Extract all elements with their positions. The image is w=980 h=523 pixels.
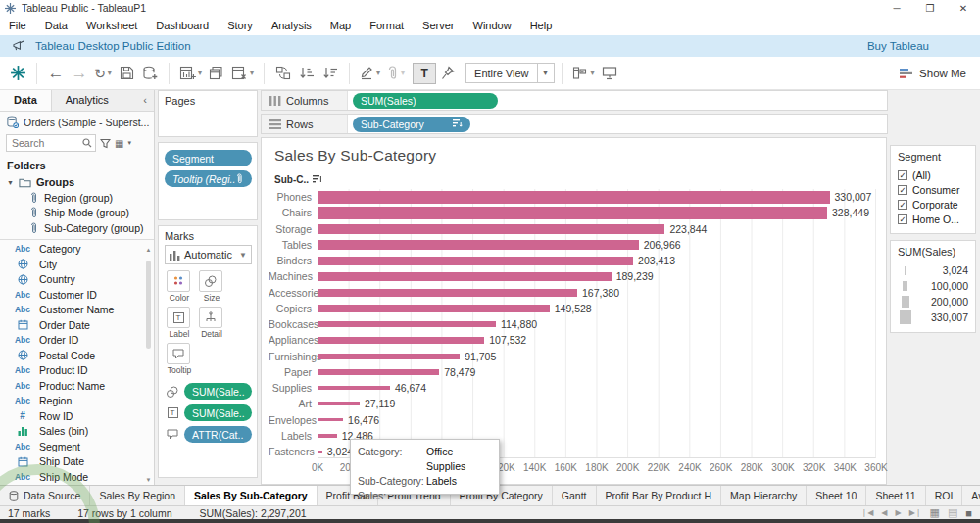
marks-button-size[interactable]: Size xyxy=(199,270,224,303)
sort-ascending-icon[interactable] xyxy=(295,61,318,86)
bar-mark[interactable] xyxy=(318,289,577,297)
marks-pill[interactable]: SUM(Sale.. xyxy=(184,383,252,400)
field-sales-bin-[interactable]: Sales (bin) xyxy=(0,424,154,440)
sort-descending-icon[interactable] xyxy=(318,61,342,86)
menu-window[interactable]: Window xyxy=(473,20,512,31)
segment-filter-card[interactable]: Segment ✓(All)✓Consumer✓Corporate✓Home O… xyxy=(890,145,976,234)
bar-mark[interactable] xyxy=(318,354,460,359)
field-product-name[interactable]: AbcProduct Name xyxy=(0,378,154,394)
menu-data[interactable]: Data xyxy=(45,20,68,31)
fit-selector-caret[interactable]: ▼ xyxy=(537,64,554,82)
rows-shelf[interactable]: Rows Sub-Category xyxy=(261,114,888,134)
tab-sales-by-region[interactable]: Sales By Region xyxy=(90,486,185,505)
mark-type-caret[interactable]: ▼ xyxy=(239,251,247,260)
tab-sales-by-sub-category[interactable]: Sales By Sub-Category xyxy=(185,486,318,505)
checkbox-checked-icon[interactable]: ✓ xyxy=(898,185,907,195)
marks-card[interactable]: Marks Automatic ▼ ColorSizeTLabelDetailT… xyxy=(158,225,258,478)
checkbox-checked-icon[interactable]: ✓ xyxy=(898,170,907,180)
view-options-icon[interactable]: ▦ xyxy=(115,138,123,149)
menu-help[interactable]: Help xyxy=(530,20,553,31)
menu-file[interactable]: File xyxy=(9,20,26,31)
pane-collapse-icon[interactable]: ‹ xyxy=(136,90,154,111)
bar-mark[interactable] xyxy=(318,272,612,281)
show-me-button[interactable]: Show Me xyxy=(900,68,966,79)
menu-dashboard[interactable]: Dashboard xyxy=(156,20,209,31)
clear-sheet-icon[interactable]: ▾ xyxy=(228,61,257,86)
fields-scrollbar[interactable]: ▲ ▼ xyxy=(144,247,153,483)
datasource-row[interactable]: Orders (Sample - Superst... xyxy=(0,112,154,132)
bar-mark[interactable] xyxy=(318,386,390,390)
tab-analytics[interactable]: Analytics xyxy=(52,90,122,111)
field-region[interactable]: AbcRegion xyxy=(0,394,154,409)
show-mark-labels-button[interactable]: T xyxy=(413,63,436,84)
menu-story[interactable]: Story xyxy=(227,20,253,31)
bar-mark[interactable] xyxy=(318,224,664,234)
menu-server[interactable]: Server xyxy=(422,20,454,31)
rows-pill-sub-category[interactable]: Sub-Category xyxy=(353,117,470,132)
new-worksheet-icon[interactable]: ▾ xyxy=(176,61,205,86)
group-item[interactable]: Region (group) xyxy=(0,190,154,206)
filter-pill-tooltip-regi-[interactable]: Tooltip (Regi.. xyxy=(165,170,252,187)
marks-pill[interactable]: SUM(Sale.. xyxy=(184,404,252,421)
pages-card[interactable]: Pages xyxy=(158,90,258,137)
bar-mark[interactable] xyxy=(318,418,343,422)
scroll-thumb[interactable] xyxy=(146,261,151,349)
chevron-down-icon[interactable]: ▼ xyxy=(7,179,14,186)
fix-axes-pin-icon[interactable] xyxy=(436,61,460,86)
previous-sheet-icon[interactable]: ◀ xyxy=(881,508,887,517)
mark-type-selector[interactable]: Automatic ▼ xyxy=(165,245,252,264)
replay-icon[interactable]: ↻▾ xyxy=(91,61,115,86)
field-row-id[interactable]: #Row ID xyxy=(0,408,154,424)
fullscreen-icon[interactable]: ■ xyxy=(965,507,972,519)
swap-axes-icon[interactable] xyxy=(271,61,295,86)
menu-format[interactable]: Format xyxy=(369,20,404,31)
bar-mark[interactable] xyxy=(318,402,360,405)
checkbox-checked-icon[interactable]: ✓ xyxy=(898,200,907,210)
back-icon[interactable]: ← xyxy=(44,61,68,86)
segment-option[interactable]: ✓Home O... xyxy=(898,212,969,226)
checkbox-checked-icon[interactable]: ✓ xyxy=(898,214,907,224)
group-item[interactable]: Sub-Category (group) xyxy=(0,220,154,236)
tab-data[interactable]: Data xyxy=(0,90,52,111)
marks-button-label[interactable]: TLabel xyxy=(167,307,192,339)
tab-sheet-10[interactable]: Sheet 10 xyxy=(807,486,866,505)
group-item[interactable]: Ship Mode (group) xyxy=(0,206,154,221)
filmstrip-icon[interactable]: ▤ xyxy=(948,506,957,519)
menu-analysis[interactable]: Analysis xyxy=(271,20,312,31)
columns-shelf[interactable]: Columns SUM(Sales) xyxy=(261,90,888,111)
tab-average-profit[interactable]: Average Profit xyxy=(962,486,980,505)
field-postal-code[interactable]: Postal Code xyxy=(0,348,154,363)
filter-funnel-icon[interactable] xyxy=(100,138,111,149)
field-order-id[interactable]: AbcOrder ID xyxy=(0,333,154,349)
bar-mark[interactable] xyxy=(318,191,830,204)
field-city[interactable]: City xyxy=(0,257,154,272)
highlight-icon[interactable]: ▾ xyxy=(357,61,383,86)
sheet-sorter-icon[interactable]: ▦ xyxy=(930,506,940,519)
field-segment[interactable]: AbcSegment xyxy=(0,439,154,454)
close-button[interactable]: ✕ xyxy=(947,0,980,16)
filter-pill-segment[interactable]: Segment xyxy=(165,150,252,166)
row-field-header[interactable]: Sub-C.. xyxy=(274,174,322,185)
bar-mark[interactable] xyxy=(318,337,484,343)
bar-mark[interactable] xyxy=(318,369,439,374)
bar-mark[interactable] xyxy=(318,257,633,265)
marks-pill-row[interactable]: ATTR(Cat.. xyxy=(165,426,252,443)
presentation-mode-icon[interactable] xyxy=(598,61,621,86)
segment-option[interactable]: ✓(All) xyxy=(898,167,969,182)
minimize-button[interactable]: ─ xyxy=(880,0,913,16)
menu-map[interactable]: Map xyxy=(330,20,351,31)
field-category[interactable]: AbcCategory xyxy=(0,242,154,258)
fit-selector[interactable]: Entire View ▼ xyxy=(466,63,554,83)
marks-pill-row[interactable]: SUM(Sale.. xyxy=(165,383,252,400)
bar-mark[interactable] xyxy=(318,321,496,328)
view-options-caret[interactable]: ▾ xyxy=(127,139,131,147)
marks-button-tooltip[interactable]: Tooltip xyxy=(167,343,192,375)
tab-roi[interactable]: ROI xyxy=(926,486,963,505)
last-sheet-icon[interactable]: ▶❘ xyxy=(909,508,922,517)
scroll-up-icon[interactable]: ▲ xyxy=(144,247,153,253)
marks-button-color[interactable]: Color xyxy=(167,270,192,303)
tab-profit-bar-by-product-h[interactable]: Profit Bar By Product H xyxy=(597,486,722,505)
field-country[interactable]: Country xyxy=(0,272,154,288)
restore-button[interactable]: ❐ xyxy=(913,0,947,16)
marks-pill-row[interactable]: TSUM(Sale.. xyxy=(165,404,252,421)
